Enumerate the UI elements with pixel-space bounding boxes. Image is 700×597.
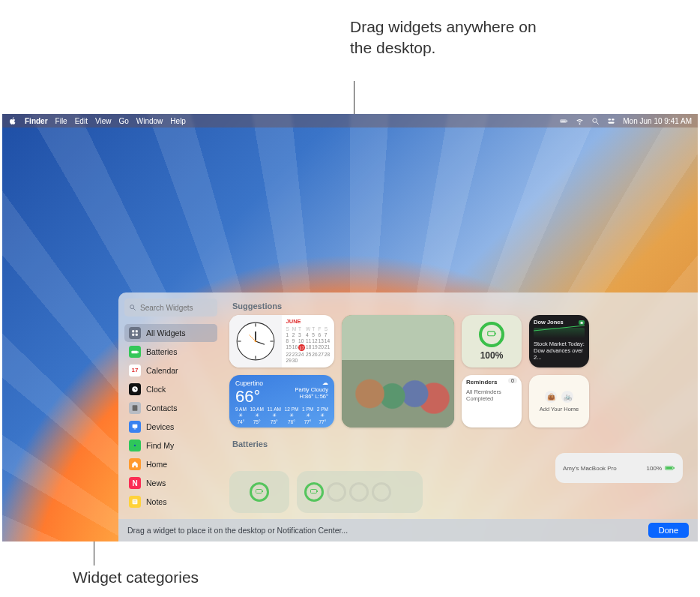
- svg-rect-12: [132, 334, 134, 336]
- sidebar-item-label: All Widgets: [146, 328, 186, 338]
- apple-menu-icon[interactable]: [8, 116, 17, 125]
- home-object-icon: 👜: [545, 391, 557, 403]
- menu-go[interactable]: Go: [118, 117, 128, 125]
- sidebar-item-label: Clock: [146, 385, 166, 394]
- widget-battery-medium[interactable]: [297, 471, 423, 513]
- stocks-sparkline-icon: [534, 328, 585, 338]
- svg-line-9: [133, 308, 136, 310]
- control-center-icon[interactable]: [607, 117, 615, 125]
- sidebar-item-notes[interactable]: Notes: [124, 493, 217, 511]
- moon-icon: ☁︎: [295, 380, 328, 386]
- widget-gallery: All WidgetsBatteries17CalendarClockConta…: [118, 292, 698, 542]
- battery-ring-empty-icon: [372, 482, 391, 502]
- svg-rect-13: [136, 334, 138, 336]
- svg-line-4: [597, 122, 599, 124]
- battery-icon: [665, 465, 675, 471]
- menu-view[interactable]: View: [95, 117, 112, 125]
- widget-home[interactable]: 👜 🚲 Add Your Home: [529, 375, 589, 428]
- sidebar-item-label: Contacts: [146, 404, 177, 412]
- svg-rect-15: [138, 351, 139, 352]
- widget-weather[interactable]: Cupertino 66° ☁︎ Partly Cloudy H:86° L:5…: [229, 375, 334, 428]
- widget-battery-small[interactable]: [229, 471, 289, 513]
- widget-photos[interactable]: [342, 315, 454, 428]
- weather-forecast-row: 9 AM☀︎74°10 AM☀︎75°11 AM☀︎75°12 PM☀︎76°1…: [235, 406, 328, 424]
- sidebar-item-label: Home: [146, 460, 167, 469]
- battery-pct-label: 100%: [480, 350, 504, 361]
- wifi-status-icon[interactable]: [576, 117, 584, 125]
- calendar-month-label: JUNE: [286, 318, 330, 325]
- search-widgets-input[interactable]: [140, 304, 213, 312]
- weather-hilo: H:86° L:56°: [295, 393, 328, 400]
- menubar: Finder File Edit View Go Window Help Mon…: [2, 114, 698, 128]
- section-suggestions-title: Suggestions: [232, 302, 687, 310]
- widget-battery-wide[interactable]: Amy's MacBook Pro 100%: [555, 453, 683, 483]
- svg-rect-24: [133, 500, 138, 505]
- widget-clock-calendar[interactable]: JUNE SMTWTFS1234567891011121314151617181…: [229, 315, 334, 368]
- sidebar-item-calendar[interactable]: 17Calendar: [124, 362, 217, 380]
- menu-file[interactable]: File: [55, 117, 67, 125]
- menu-help[interactable]: Help: [170, 117, 186, 125]
- weather-location: Cupertino: [235, 380, 263, 387]
- stocks-badge: ■: [579, 320, 585, 325]
- menu-window[interactable]: Window: [136, 117, 163, 125]
- widget-stocks[interactable]: Dow Jones ■ Stock Market Today: Dow adva…: [529, 315, 589, 368]
- svg-rect-10: [132, 330, 134, 332]
- svg-rect-40: [674, 467, 675, 469]
- battery-status-icon[interactable]: [560, 117, 568, 125]
- home-icons-row: 👜 🚲: [545, 391, 573, 403]
- battery-ring-icon: [479, 322, 504, 347]
- suggestions-grid: JUNE SMTWTFS1234567891011121314151617181…: [229, 315, 687, 428]
- svg-point-8: [130, 305, 134, 309]
- svg-rect-1: [561, 120, 566, 122]
- done-button[interactable]: Done: [648, 523, 689, 538]
- sidebar-item-label: Batteries: [146, 347, 177, 356]
- cal-icon: 17: [129, 364, 141, 376]
- sidebar-item-batteries[interactable]: Batteries: [124, 343, 217, 361]
- svg-point-35: [254, 340, 256, 343]
- menu-edit[interactable]: Edit: [75, 117, 88, 125]
- sidebar-item-news[interactable]: NNews: [124, 474, 217, 492]
- clock-icon: [129, 383, 141, 395]
- sidebar-item-label: Find My: [146, 441, 174, 450]
- svg-rect-37: [495, 333, 496, 334]
- home-icon: [129, 458, 141, 470]
- sidebar-item-devices[interactable]: Devices: [124, 418, 217, 436]
- section-batteries-title: Batteries: [232, 440, 687, 448]
- menubar-datetime[interactable]: Mon Jun 10 9:41 AM: [623, 117, 692, 125]
- grid-icon: [129, 327, 141, 339]
- search-widgets-field[interactable]: [124, 298, 217, 316]
- desktop[interactable]: Finder File Edit View Go Window Help Mon…: [2, 114, 698, 542]
- svg-rect-7: [609, 122, 615, 123]
- svg-rect-42: [262, 490, 263, 492]
- reminders-subtitle: All Reminders Completed: [466, 388, 517, 402]
- svg-rect-39: [666, 467, 672, 469]
- news-icon: N: [129, 477, 141, 489]
- widget-battery[interactable]: 100%: [462, 315, 522, 368]
- widget-gallery-sidebar: All WidgetsBatteries17CalendarClockConta…: [118, 292, 223, 519]
- sidebar-item-label: Devices: [146, 422, 174, 431]
- sidebar-item-home[interactable]: Home: [124, 455, 217, 473]
- svg-rect-19: [133, 405, 138, 411]
- battery-icon: [129, 346, 141, 358]
- battery-wide-pct: 100%: [647, 465, 662, 472]
- battery-ring-icon: [250, 482, 269, 502]
- widget-gallery-main: Suggestions: [223, 292, 698, 519]
- battery-ring-icon: [304, 482, 324, 502]
- svg-point-3: [593, 118, 597, 122]
- sidebar-item-clock[interactable]: Clock: [124, 380, 217, 398]
- menubar-app-name[interactable]: Finder: [25, 117, 48, 125]
- widget-reminders[interactable]: Reminders 0 All Reminders Completed: [462, 375, 522, 428]
- reminders-count: 0: [508, 378, 517, 383]
- footer-hint-text: Drag a widget to place it on the desktop…: [127, 526, 348, 535]
- clock-icon: [229, 315, 282, 368]
- widget-gallery-footer: Drag a widget to place it on the desktop…: [118, 519, 698, 542]
- svg-rect-5: [609, 118, 612, 120]
- sidebar-item-find-my[interactable]: Find My: [124, 436, 217, 454]
- svg-rect-44: [317, 490, 318, 492]
- sidebar-item-contacts[interactable]: Contacts: [124, 399, 217, 417]
- spotlight-icon[interactable]: [591, 117, 600, 125]
- svg-rect-36: [488, 332, 495, 336]
- notes-icon: [129, 496, 141, 508]
- battery-wide-device: Amy's MacBook Pro: [563, 465, 617, 472]
- sidebar-item-all-widgets[interactable]: All Widgets: [124, 324, 217, 342]
